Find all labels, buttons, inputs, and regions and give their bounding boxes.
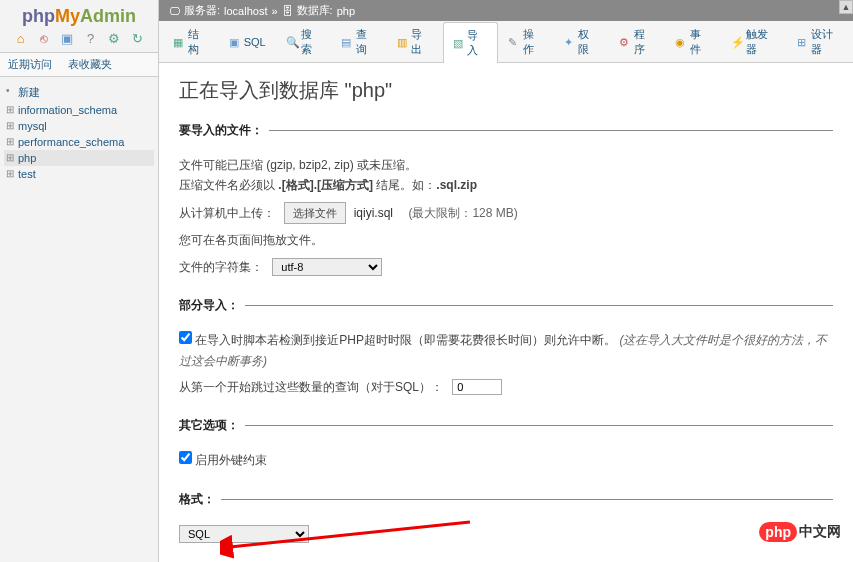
file-section: 要导入的文件： 文件可能已压缩 (gzip, bzip2, zip) 或未压缩。…	[179, 122, 833, 283]
allow-interrupt-checkbox[interactable]	[179, 331, 192, 344]
设计器-icon: ⊞	[797, 36, 809, 48]
tab-favorites[interactable]: 表收藏夹	[60, 53, 120, 76]
tab-设计器[interactable]: ⊞设计器	[787, 21, 853, 62]
tree-db[interactable]: test	[4, 166, 154, 182]
tab-label: 查询	[356, 27, 377, 57]
settings-icon[interactable]: ⚙	[107, 31, 121, 45]
tree-db[interactable]: information_schema	[4, 102, 154, 118]
upload-label: 从计算机中上传：	[179, 206, 275, 220]
skip-input[interactable]	[452, 379, 502, 395]
docs-icon[interactable]: ?	[84, 31, 98, 45]
导出-icon: ▥	[397, 36, 409, 48]
scroll-up-icon[interactable]: ▲	[839, 0, 853, 14]
结构-icon: ▦	[173, 36, 185, 48]
bc-db[interactable]: php	[337, 5, 355, 17]
bc-server[interactable]: localhost	[224, 5, 267, 17]
charset-select[interactable]: utf-8	[272, 258, 382, 276]
watermark-badge: php	[759, 522, 797, 542]
legend-other: 其它选项：	[179, 417, 245, 434]
tab-label: 导入	[467, 28, 488, 58]
权限-icon: ✦	[564, 36, 576, 48]
tab-label: 程序	[634, 27, 655, 57]
max-size: (最大限制：128 MB)	[408, 206, 517, 220]
tab-label: 导出	[411, 27, 432, 57]
home-icon[interactable]: ⌂	[14, 31, 28, 45]
sql-icon[interactable]: ▣	[60, 31, 74, 45]
fk-label: 启用外键约束	[195, 453, 267, 467]
breadcrumb: 🖵 服务器: localhost » 🗄 数据库: php	[159, 0, 853, 21]
操作-icon: ✎	[508, 36, 520, 48]
format-section: 格式： SQL	[179, 491, 833, 550]
watermark: php 中文网	[759, 522, 841, 542]
tab-导入[interactable]: ▧导入	[443, 22, 499, 63]
程序-icon: ⚙	[619, 36, 631, 48]
choose-file-button[interactable]: 选择文件	[284, 202, 346, 225]
tab-label: SQL	[244, 36, 266, 48]
tab-label: 结构	[188, 27, 209, 57]
server-icon: 🖵	[169, 5, 180, 17]
fk-checkbox[interactable]	[179, 451, 192, 464]
tab-recent[interactable]: 近期访问	[0, 53, 60, 76]
allow-interrupt-label: 在导入时脚本若检测到接近PHP超时时限（即需要花费很长时间）则允许中断。	[195, 333, 616, 347]
tab-label: 设计器	[811, 27, 843, 57]
tab-导出[interactable]: ▥导出	[387, 21, 443, 62]
导入-icon: ▧	[453, 37, 465, 49]
reload-icon[interactable]: ↻	[130, 31, 144, 45]
tab-label: 操作	[523, 27, 544, 57]
tab-事件[interactable]: ◉事件	[665, 21, 721, 62]
sidebar-toolbar: ⌂ ⎋ ▣ ? ⚙ ↻	[0, 29, 158, 52]
compress-hint: 文件可能已压缩 (gzip, bzip2, zip) 或未压缩。 压缩文件名必须…	[179, 155, 833, 196]
bc-db-label: 数据库:	[297, 3, 333, 18]
charset-label: 文件的字符集：	[179, 260, 263, 274]
tab-操作[interactable]: ✎操作	[498, 21, 554, 62]
tree-db[interactable]: performance_schema	[4, 134, 154, 150]
db-icon: 🗄	[282, 5, 293, 17]
main: 🖵 服务器: localhost » 🗄 数据库: php ▲ ▦结构▣SQL🔍…	[159, 0, 853, 562]
tab-权限[interactable]: ✦权限	[554, 21, 610, 62]
format-select[interactable]: SQL	[179, 525, 309, 543]
tab-label: 权限	[578, 27, 599, 57]
sidebar-tabs: 近期访问 表收藏夹	[0, 52, 158, 77]
tab-label: 搜索	[301, 27, 322, 57]
legend-file: 要导入的文件：	[179, 122, 269, 139]
content: 正在导入到数据库 "php" 要导入的文件： 文件可能已压缩 (gzip, bz…	[159, 63, 853, 562]
tab-查询[interactable]: ▤查询	[331, 21, 387, 62]
main-tabs: ▦结构▣SQL🔍搜索▤查询▥导出▧导入✎操作✦权限⚙程序◉事件⚡触发器⊞设计器	[159, 21, 853, 63]
SQL-icon: ▣	[229, 36, 241, 48]
搜索-icon: 🔍	[286, 36, 298, 48]
watermark-text: 中文网	[799, 523, 841, 541]
触发器-icon: ⚡	[731, 36, 743, 48]
tab-SQL[interactable]: ▣SQL	[219, 21, 276, 62]
db-tree: 新建 information_schema mysql performance_…	[0, 77, 158, 188]
bc-server-label: 服务器:	[184, 3, 220, 18]
tab-结构[interactable]: ▦结构	[163, 21, 219, 62]
legend-partial: 部分导入：	[179, 297, 245, 314]
tree-new[interactable]: 新建	[4, 83, 154, 102]
bc-sep: »	[271, 5, 277, 17]
tab-label: 事件	[690, 27, 711, 57]
chosen-file-name: iqiyi.sql	[354, 206, 393, 220]
tab-程序[interactable]: ⚙程序	[609, 21, 665, 62]
tree-db[interactable]: mysql	[4, 118, 154, 134]
tab-label: 触发器	[746, 27, 777, 57]
sidebar: phpMyAdmin ⌂ ⎋ ▣ ? ⚙ ↻ 近期访问 表收藏夹 新建 info…	[0, 0, 159, 562]
page-title: 正在导入到数据库 "php"	[179, 77, 833, 104]
skip-label: 从第一个开始跳过这些数量的查询（对于SQL）：	[179, 380, 443, 394]
logo[interactable]: phpMyAdmin	[0, 0, 158, 29]
other-section: 其它选项： 启用外键约束	[179, 417, 833, 476]
logout-icon[interactable]: ⎋	[37, 31, 51, 45]
事件-icon: ◉	[675, 36, 687, 48]
partial-section: 部分导入： 在导入时脚本若检测到接近PHP超时时限（即需要花费很长时间）则允许中…	[179, 297, 833, 403]
tab-触发器[interactable]: ⚡触发器	[721, 21, 787, 62]
查询-icon: ▤	[341, 36, 353, 48]
tab-搜索[interactable]: 🔍搜索	[276, 21, 332, 62]
tree-db-selected[interactable]: php	[4, 150, 154, 166]
drag-hint: 您可在各页面间拖放文件。	[179, 230, 833, 250]
legend-format: 格式：	[179, 491, 221, 508]
